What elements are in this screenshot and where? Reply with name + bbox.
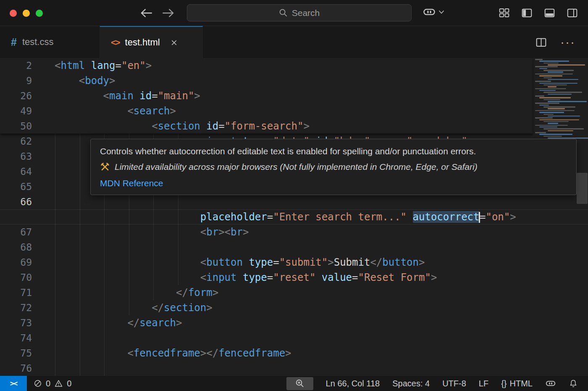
line-number[interactable]: 69 <box>0 255 32 270</box>
copilot-menu-button[interactable] <box>423 7 445 18</box>
eol-setting[interactable]: LF <box>479 379 488 388</box>
line-number[interactable]: 66 <box>0 194 32 209</box>
code-token: < <box>200 256 206 268</box>
code-token <box>55 302 152 314</box>
notifications-button[interactable] <box>569 379 578 388</box>
code-token <box>55 287 176 299</box>
code-token: < <box>152 120 158 132</box>
code-token: search <box>139 317 176 329</box>
code-token <box>55 90 103 102</box>
code-line-wrap[interactable]: placeholder="Enter search term..." autoc… <box>0 209 588 225</box>
command-center-search[interactable]: Search <box>187 4 412 21</box>
code-line-68[interactable]: 68 <box>0 240 588 255</box>
zoom-indicator[interactable] <box>286 377 313 390</box>
line-number[interactable]: 71 <box>0 285 32 300</box>
minimap-slider[interactable] <box>577 173 588 204</box>
toggle-primary-sidebar-button[interactable] <box>521 7 533 18</box>
code-line-26[interactable]: 26 <main id="main"> <box>0 88 533 103</box>
customize-layout-button[interactable] <box>499 7 510 18</box>
code-text: <button type="submit">Submit</button> <box>32 255 425 270</box>
code-line-67[interactable]: 67 <br><br> <box>0 225 588 240</box>
search-placeholder: Search <box>292 8 320 18</box>
indentation-setting[interactable]: Spaces: 4 <box>392 379 430 388</box>
code-line-50[interactable]: 50 <section id="form-search"> <box>0 119 533 134</box>
availability-text: Limited availability across major browse… <box>115 162 478 172</box>
remote-indicator[interactable]: >< <box>0 376 27 391</box>
tab-test-css[interactable]: # test.css <box>0 26 100 58</box>
close-tab-button[interactable] <box>171 39 178 46</box>
code-text: <fencedframe></fencedframe> <box>32 346 291 361</box>
code-line-70[interactable]: 70 <input type="reset" value="Reset Form… <box>0 270 588 285</box>
copilot-status-button[interactable] <box>545 379 556 388</box>
minimap-line <box>543 77 552 79</box>
line-number[interactable]: 73 <box>0 315 32 330</box>
code-token: = <box>480 211 486 223</box>
problems-indicator[interactable]: 0 0 <box>34 379 71 388</box>
minimap-line <box>535 117 553 119</box>
encoding-setting[interactable]: UTF-8 <box>442 379 466 388</box>
line-number[interactable]: 9 <box>0 73 32 88</box>
code-token <box>55 120 152 132</box>
code-token: "reset" <box>273 272 315 283</box>
minimap-line <box>539 68 547 69</box>
toggle-panel-button[interactable] <box>544 7 555 18</box>
line-number[interactable]: 50 <box>0 119 32 134</box>
line-number[interactable]: 64 <box>0 164 32 179</box>
close-icon <box>171 39 178 46</box>
editor-pane[interactable]: 62 <input type="date" id="bday" name="us… <box>0 58 588 376</box>
minimize-window-button[interactable] <box>23 10 30 17</box>
cursor-position[interactable]: Ln 66, Col 118 <box>326 379 380 388</box>
zoom-window-button[interactable] <box>36 10 43 17</box>
line-number[interactable]: 76 <box>0 361 32 376</box>
mdn-reference-link[interactable]: MDN Reference <box>100 178 163 188</box>
minimap-line <box>548 86 556 87</box>
titlebar: Search <box>0 0 588 26</box>
minimap-line <box>539 61 569 62</box>
line-number[interactable]: 65 <box>0 179 32 194</box>
code-line-66[interactable]: 66 <box>0 194 588 209</box>
tab-test-html[interactable]: <> test.html <box>100 26 203 58</box>
line-number[interactable]: 74 <box>0 330 32 346</box>
bell-icon <box>569 379 578 388</box>
line-number[interactable]: 2 <box>0 58 32 73</box>
code-token <box>243 256 249 268</box>
back-button[interactable] <box>139 7 154 19</box>
code-line-75[interactable]: 75 <fencedframe></fencedframe> <box>0 346 588 361</box>
more-actions-button[interactable]: ··· <box>560 40 575 44</box>
copilot-icon <box>545 379 556 388</box>
code-token: "en" <box>121 60 146 71</box>
code-text: </section> <box>32 300 213 315</box>
split-editor-button[interactable] <box>536 37 547 48</box>
toggle-secondary-sidebar-button[interactable] <box>567 7 578 18</box>
line-number[interactable]: 67 <box>0 225 32 240</box>
close-window-button[interactable] <box>10 10 17 17</box>
code-line-69[interactable]: 69 <button type="submit">Submit</button> <box>0 255 588 270</box>
minimap-line <box>535 81 551 82</box>
code-token: > <box>243 226 249 238</box>
code-line-73[interactable]: 73 </search> <box>0 315 588 330</box>
line-number[interactable]: 70 <box>0 270 32 285</box>
code-token: html <box>60 60 85 71</box>
forward-button[interactable] <box>161 7 176 19</box>
code-line-49[interactable]: 49 <search> <box>0 103 533 119</box>
line-number[interactable]: 68 <box>0 240 32 255</box>
code-token: > <box>303 120 309 132</box>
minimap-line <box>535 132 546 133</box>
line-number[interactable] <box>0 209 32 225</box>
code-line-74[interactable]: 74 <box>0 330 588 346</box>
line-number[interactable]: 75 <box>0 346 32 361</box>
line-number[interactable]: 49 <box>0 103 32 119</box>
language-mode[interactable]: {} HTML <box>501 379 533 388</box>
line-number[interactable]: 72 <box>0 300 32 315</box>
code-line-9[interactable]: 9 <body> <box>0 73 533 88</box>
tab-label: test.css <box>22 37 54 48</box>
code-line-2[interactable]: 2<html lang="en"> <box>0 58 533 73</box>
code-line-71[interactable]: 71 </form> <box>0 285 588 300</box>
line-number[interactable]: 63 <box>0 149 32 164</box>
minimap-line <box>548 64 585 66</box>
code-line-76[interactable]: 76 <box>0 361 588 376</box>
line-number[interactable]: 62 <box>0 134 32 149</box>
code-line-72[interactable]: 72 </section> <box>0 300 588 315</box>
code-token: type <box>243 272 267 283</box>
line-number[interactable]: 26 <box>0 88 32 103</box>
